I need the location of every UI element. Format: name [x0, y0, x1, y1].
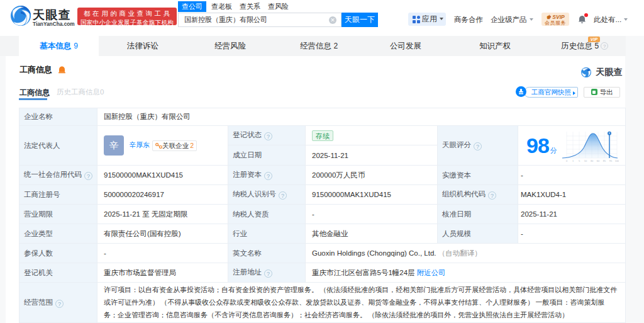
- svg-text:0: 0: [566, 159, 568, 162]
- svg-text:1: 1: [572, 159, 574, 162]
- svg-text:100: 100: [615, 159, 619, 162]
- svg-text:5: 5: [579, 159, 580, 162]
- svg-text:30: 30: [591, 159, 594, 162]
- svg-text:85: 85: [603, 159, 606, 162]
- svg-text:10: 10: [584, 159, 587, 162]
- svg-text:95: 95: [609, 159, 613, 162]
- svg-text:60: 60: [597, 159, 600, 162]
